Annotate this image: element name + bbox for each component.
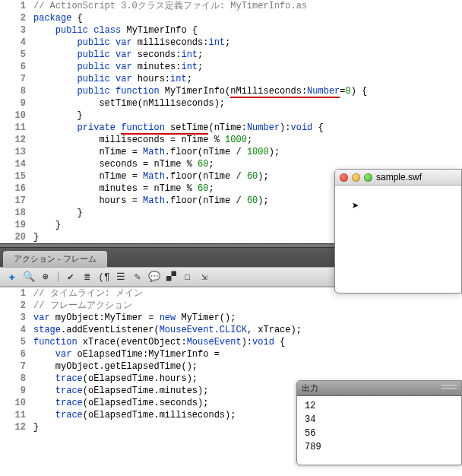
- code-text[interactable]: public class MyTimerInfo {: [33, 24, 462, 36]
- code-line[interactable]: 4stage.addEventListener(MouseEvent.CLICK…: [0, 324, 462, 336]
- line-number: 3: [0, 312, 33, 324]
- search-icon[interactable]: 🔍: [23, 271, 35, 283]
- code-line[interactable]: 7 myObject.getElapsedTime();: [0, 360, 462, 373]
- line-number: 4: [0, 36, 33, 49]
- line-number: 1: [0, 0, 33, 12]
- line-number: 9: [0, 97, 33, 109]
- code-line[interactable]: 11 private function setTime(nTime:Number…: [0, 122, 462, 134]
- output-line: 56: [305, 427, 454, 440]
- swf-window-titlebar[interactable]: sample.swf: [335, 170, 461, 186]
- minimize-icon[interactable]: [352, 173, 360, 182]
- code-text[interactable]: package {: [33, 12, 462, 24]
- line-number: 12: [0, 134, 33, 146]
- output-line: 34: [305, 413, 454, 427]
- target-icon[interactable]: ⊕: [40, 271, 52, 283]
- code-text[interactable]: // ActionScript 3.0クラス定義ファイル: MyTimerInf…: [33, 0, 462, 12]
- code-text[interactable]: public var hours:int;: [33, 73, 462, 85]
- close-icon[interactable]: [340, 173, 348, 182]
- line-number: 11: [0, 122, 33, 134]
- goto-icon[interactable]: ☐: [182, 271, 194, 283]
- tag-icon[interactable]: ✎: [131, 271, 144, 283]
- code-text[interactable]: function xTrace(eventObject:MouseEvent):…: [33, 336, 462, 348]
- code-text[interactable]: stage.addEventListener(MouseEvent.CLICK,…: [33, 324, 462, 336]
- line-number: 8: [0, 373, 33, 385]
- code-line[interactable]: 13 nTime = Math.floor(nTime / 1000);: [0, 146, 462, 158]
- line-number: 17: [0, 195, 33, 207]
- code-text[interactable]: public var milliseconds:int;: [33, 36, 462, 49]
- code-text[interactable]: // フレームアクション: [33, 300, 462, 312]
- code-line[interactable]: 5 public var seconds:int;: [0, 49, 462, 61]
- output-body: 123456789: [297, 396, 461, 457]
- code-text[interactable]: nTime = Math.floor(nTime / 1000);: [33, 146, 462, 158]
- line-number: 18: [0, 207, 33, 219]
- line-number: 20: [0, 231, 33, 243]
- code-text[interactable]: myObject.getElapsedTime();: [33, 360, 462, 373]
- line-number: 11: [0, 409, 33, 421]
- code-line[interactable]: 3var myObject:MyTimer = new MyTimer();: [0, 312, 462, 324]
- line-number: 2: [0, 300, 33, 312]
- code-text[interactable]: public function MyTimerInfo(nMillisecond…: [33, 85, 462, 97]
- code-text[interactable]: setTime(nMilliseconds);: [33, 97, 462, 109]
- swf-window-title: sample.swf: [376, 172, 422, 182]
- line-number: 8: [0, 85, 33, 97]
- code-text[interactable]: milliseconds = nTime % 1000;: [33, 134, 462, 146]
- code-line[interactable]: 2package {: [0, 12, 462, 24]
- zoom-icon[interactable]: [364, 173, 372, 182]
- output-line: 789: [305, 440, 454, 454]
- line-number: 5: [0, 336, 33, 348]
- line-number: 10: [0, 109, 33, 122]
- line-number: 2: [0, 12, 33, 24]
- swf-preview-window[interactable]: sample.swf ➤: [334, 169, 462, 294]
- code-line[interactable]: 5function xTrace(eventObject:MouseEvent)…: [0, 336, 462, 348]
- code-text[interactable]: }: [33, 109, 462, 122]
- output-line: 12: [305, 399, 454, 413]
- balloon-icon[interactable]: 💬: [148, 271, 160, 283]
- code-text[interactable]: var myObject:MyTimer = new MyTimer();: [33, 312, 462, 324]
- code-line[interactable]: 4 public var milliseconds:int;: [0, 36, 462, 49]
- code-line[interactable]: 12 milliseconds = nTime % 1000;: [0, 134, 462, 146]
- code-line[interactable]: 9 setTime(nMilliseconds);: [0, 97, 462, 109]
- line-number: 5: [0, 49, 33, 61]
- line-number: 10: [0, 397, 33, 409]
- add-icon[interactable]: ✚: [6, 271, 18, 283]
- code-text[interactable]: private function setTime(nTime:Number):v…: [33, 122, 462, 134]
- mouse-cursor-icon: ➤: [352, 198, 359, 214]
- line-number: 15: [0, 170, 33, 182]
- swf-stage[interactable]: ➤: [335, 186, 461, 201]
- code-line[interactable]: 8 public function MyTimerInfo(nMilliseco…: [0, 85, 462, 97]
- line-number: 7: [0, 73, 33, 85]
- window-traffic-lights: [340, 173, 372, 182]
- output-panel[interactable]: 出力 123456789: [296, 380, 462, 465]
- code-line[interactable]: 6 public var minutes:int;: [0, 61, 462, 73]
- line-number: 7: [0, 360, 33, 373]
- wrap-icon[interactable]: ≣: [81, 271, 93, 283]
- paren-icon[interactable]: (¶: [98, 271, 110, 283]
- code-text[interactable]: public var minutes:int;: [33, 61, 462, 73]
- line-number: 14: [0, 158, 33, 170]
- line-number: 1: [0, 287, 33, 300]
- comment-icon[interactable]: ☰: [115, 271, 127, 283]
- code-line[interactable]: 6 var oElapsedTime:MyTimerInfo =: [0, 348, 462, 360]
- line-number: 12: [0, 421, 33, 433]
- code-text[interactable]: public var seconds:int;: [33, 49, 462, 61]
- check-icon[interactable]: ✔: [65, 271, 77, 283]
- code-line[interactable]: 1// ActionScript 3.0クラス定義ファイル: MyTimerIn…: [0, 0, 462, 12]
- line-number: 16: [0, 182, 33, 195]
- line-number: 4: [0, 324, 33, 336]
- line-number: 13: [0, 146, 33, 158]
- line-number: 19: [0, 219, 33, 231]
- output-panel-title[interactable]: 出力: [297, 381, 461, 396]
- toolbar-separator: [58, 271, 59, 282]
- export-icon[interactable]: ⇲: [198, 271, 210, 283]
- code-line[interactable]: 10 }: [0, 109, 462, 122]
- help-icon[interactable]: 🙾: [165, 271, 177, 283]
- code-line[interactable]: 3 public class MyTimerInfo {: [0, 24, 462, 36]
- code-text[interactable]: var oElapsedTime:MyTimerInfo =: [33, 348, 462, 360]
- code-line[interactable]: 2// フレームアクション: [0, 300, 462, 312]
- actions-tab[interactable]: アクション - フレーム: [3, 251, 107, 267]
- line-number: 6: [0, 348, 33, 360]
- line-number: 3: [0, 24, 33, 36]
- line-number: 9: [0, 385, 33, 397]
- line-number: 6: [0, 61, 33, 73]
- code-line[interactable]: 7 public var hours:int;: [0, 73, 462, 85]
